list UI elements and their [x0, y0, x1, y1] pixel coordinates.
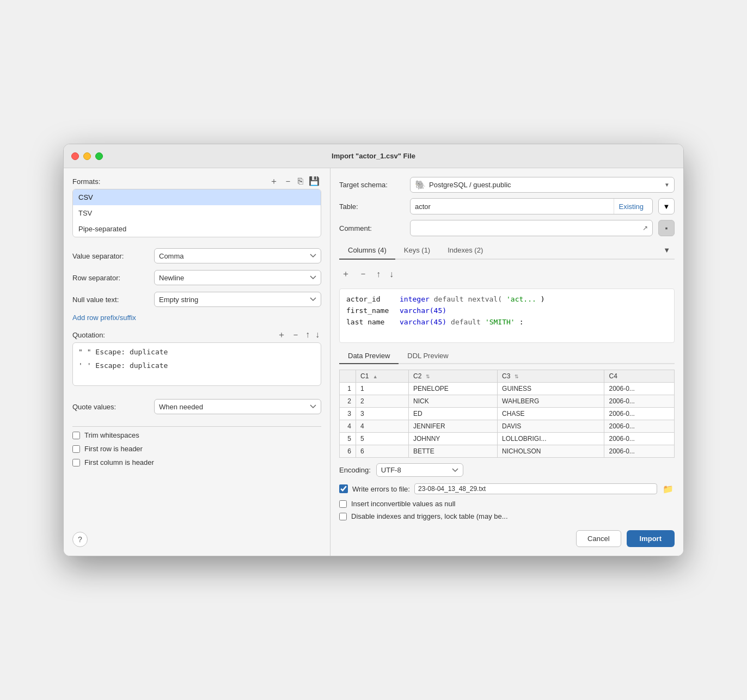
- move-down-quotation-button[interactable]: ↓: [314, 330, 321, 339]
- first-row-header-checkbox[interactable]: [72, 445, 80, 453]
- col-type-actor-id: integer: [400, 295, 430, 303]
- write-errors-label[interactable]: Write errors to file:: [352, 485, 410, 493]
- minimize-button[interactable]: [83, 152, 91, 160]
- expand-icon[interactable]: ↗: [642, 224, 648, 232]
- trim-whitespaces-checkbox[interactable]: [72, 432, 80, 439]
- table-dropdown-button[interactable]: ▼: [658, 198, 675, 214]
- insert-inconvertible-label[interactable]: Insert inconvertible values as null: [351, 500, 456, 508]
- import-button[interactable]: Import: [627, 530, 675, 547]
- data-preview-area: C1 ▲ C2 ⇅ C3 ⇅ C4 1 1 PENELOPE GUINESS 2: [339, 370, 675, 458]
- header-c4[interactable]: C4: [604, 370, 675, 383]
- move-up-quotation-button[interactable]: ↑: [304, 330, 311, 339]
- content-area: Formats: ＋ － ⎘ 💾 CSV TSV Pipe-separated …: [64, 168, 683, 556]
- col-value-actor-id: 'act...: [506, 295, 536, 303]
- column-row-first-name[interactable]: first_name varchar(45): [346, 305, 668, 316]
- row-num-6: 6: [340, 445, 356, 458]
- encoding-row: Encoding: UTF-8: [339, 463, 675, 477]
- comment-action-button[interactable]: ▪: [658, 220, 675, 236]
- format-item-pipe[interactable]: Pipe-separated: [73, 221, 321, 237]
- move-up-column-button[interactable]: ↑: [374, 267, 383, 281]
- value-separator-select[interactable]: Comma: [154, 248, 321, 263]
- cell-1-c1: 1: [356, 383, 409, 395]
- tab-data-preview[interactable]: Data Preview: [339, 348, 399, 364]
- tab-keys[interactable]: Keys (1): [395, 242, 439, 260]
- encoding-select[interactable]: UTF-8: [376, 463, 463, 477]
- maximize-button[interactable]: [95, 152, 103, 160]
- cell-4-c2: JENNIFER: [409, 420, 498, 433]
- cell-5-c4: 2006-0...: [604, 433, 675, 445]
- left-bottom: ?: [72, 532, 321, 547]
- copy-format-button[interactable]: ⎘: [296, 177, 305, 186]
- columns-toolbar: ＋ － ↑ ↓: [339, 265, 675, 283]
- preview-header-row: C1 ▲ C2 ⇅ C3 ⇅ C4: [340, 370, 675, 383]
- sort-icon-c3: ⇅: [515, 374, 519, 379]
- header-c1[interactable]: C1 ▲: [356, 370, 409, 383]
- trim-whitespaces-label[interactable]: Trim whitespaces: [84, 431, 139, 439]
- quotation-item-single[interactable]: ' ' Escape: duplicate: [73, 359, 321, 372]
- col-default-actor-id: default nextval(: [434, 295, 502, 303]
- insert-inconvertible-row: Insert inconvertible values as null: [339, 500, 675, 508]
- tab-ddl-preview[interactable]: DDL Preview: [399, 348, 457, 364]
- columns-tabs-bar: Columns (4) Keys (1) Indexes (2) ▼: [339, 242, 675, 260]
- quotation-item-double[interactable]: " " Escape: duplicate: [73, 345, 321, 359]
- add-column-button[interactable]: ＋: [339, 267, 352, 281]
- table-row: 5 5 JOHNNY LOLLOBRIGI... 2006-0...: [340, 433, 675, 445]
- existing-badge[interactable]: Existing: [614, 199, 648, 214]
- move-down-column-button[interactable]: ↓: [387, 267, 396, 281]
- row-num-4: 4: [340, 420, 356, 433]
- quote-values-select[interactable]: When needed: [154, 399, 321, 414]
- comment-btn-icon: ▪: [665, 224, 668, 232]
- disable-indexes-checkbox[interactable]: [339, 513, 347, 520]
- preview-table-header: C1 ▲ C2 ⇅ C3 ⇅ C4: [340, 370, 675, 383]
- row-num-1: 1: [340, 383, 356, 395]
- tab-columns[interactable]: Columns (4): [339, 242, 395, 260]
- cell-1-c4: 2006-0...: [604, 383, 675, 395]
- target-schema-label: Target schema:: [339, 181, 405, 189]
- add-quotation-button[interactable]: ＋: [275, 330, 287, 339]
- first-col-header-label[interactable]: First column is header: [84, 458, 154, 466]
- disable-indexes-label[interactable]: Disable indexes and triggers, lock table…: [351, 512, 508, 520]
- row-separator-select[interactable]: Newline: [154, 270, 321, 285]
- first-row-header-label[interactable]: First row is header: [84, 445, 143, 453]
- column-row-actor-id[interactable]: actor_id integer default nextval('act...…: [346, 293, 668, 305]
- null-value-label: Null value text:: [72, 296, 154, 304]
- remove-quotation-button[interactable]: －: [290, 330, 302, 339]
- encoding-label: Encoding:: [339, 466, 371, 474]
- header-c2[interactable]: C2 ⇅: [409, 370, 498, 383]
- cell-5-c3: LOLLOBRIGI...: [498, 433, 604, 445]
- comment-input-box[interactable]: ↗: [410, 220, 653, 236]
- remove-column-button[interactable]: －: [357, 267, 370, 281]
- col-end-actor-id: ): [541, 295, 545, 303]
- schema-dropdown-arrow: ▼: [664, 182, 670, 188]
- preview-table: C1 ▲ C2 ⇅ C3 ⇅ C4 1 1 PENELOPE GUINESS 2: [339, 370, 675, 458]
- save-format-button[interactable]: 💾: [307, 177, 321, 186]
- add-format-button[interactable]: ＋: [268, 177, 280, 186]
- write-errors-checkbox[interactable]: [339, 484, 348, 493]
- browse-file-button[interactable]: 📁: [662, 482, 675, 495]
- cell-2-c4: 2006-0...: [604, 395, 675, 408]
- help-button[interactable]: ?: [72, 532, 88, 547]
- null-value-select[interactable]: Empty string: [154, 292, 321, 307]
- header-c3[interactable]: C3 ⇅: [498, 370, 604, 383]
- trim-whitespaces-row: Trim whitespaces: [72, 431, 321, 439]
- col-end-last-name: :: [519, 318, 524, 326]
- schema-dropdown[interactable]: 🐘 PostgreSQL / guest.public ▼: [410, 177, 675, 193]
- tabs-more-button[interactable]: ▼: [659, 242, 675, 259]
- close-button[interactable]: [71, 152, 79, 160]
- column-row-last-name[interactable]: last name varchar(45) default 'SMITH':: [346, 316, 668, 328]
- table-row: 2 2 NICK WAHLBERG 2006-0...: [340, 395, 675, 408]
- tab-indexes[interactable]: Indexes (2): [439, 242, 492, 260]
- table-name-box: actor Existing: [410, 198, 653, 214]
- formats-header: Formats: ＋ － ⎘ 💾: [72, 177, 321, 186]
- quotation-toolbar: ＋ － ↑ ↓: [275, 330, 321, 339]
- add-row-prefix-link[interactable]: Add row prefix/suffix: [72, 314, 321, 322]
- write-errors-file: 23-08-04_13_48_29.txt: [414, 483, 657, 494]
- format-item-tsv[interactable]: TSV: [73, 205, 321, 221]
- format-item-csv[interactable]: CSV: [73, 189, 321, 205]
- cancel-button[interactable]: Cancel: [576, 530, 621, 547]
- cell-6-c4: 2006-0...: [604, 445, 675, 458]
- insert-inconvertible-checkbox[interactable]: [339, 500, 347, 508]
- remove-format-button[interactable]: －: [282, 177, 294, 186]
- quotation-label: Quotation:: [72, 331, 105, 339]
- first-col-header-checkbox[interactable]: [72, 459, 80, 466]
